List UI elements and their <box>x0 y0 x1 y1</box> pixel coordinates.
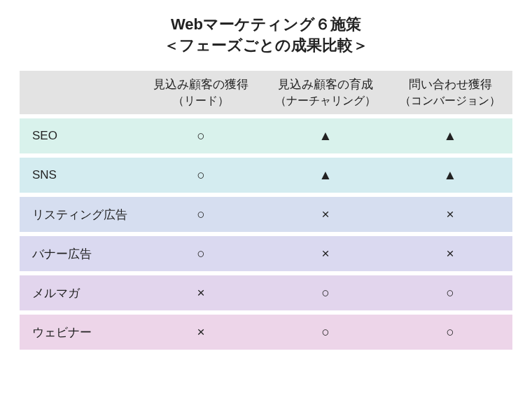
title-line-2: ＜フェーズごとの成果比較＞ <box>20 35 512 56</box>
header-sub: （リード） <box>139 93 263 109</box>
cell: ○ <box>263 275 388 310</box>
header-col-nurturing: 見込み顧客の育成 （ナーチャリング） <box>263 71 388 114</box>
cell: ▲ <box>263 158 388 193</box>
cell: × <box>388 197 512 232</box>
cell: ▲ <box>388 118 512 153</box>
cell: ○ <box>139 118 263 153</box>
header-row: 見込み顧客の獲得 （リード） 見込み顧客の育成 （ナーチャリング） 問い合わせ獲… <box>20 71 512 114</box>
cell: ○ <box>139 197 263 232</box>
row-name: バナー広告 <box>20 236 139 271</box>
cell: × <box>263 197 388 232</box>
cell: × <box>388 236 512 271</box>
row-name: SNS <box>20 158 139 193</box>
cell: ▲ <box>388 158 512 193</box>
header-col-lead: 見込み顧客の獲得 （リード） <box>139 71 263 114</box>
cell: ○ <box>388 315 512 350</box>
header-sub: （コンバージョン） <box>388 93 512 109</box>
cell: × <box>139 275 263 310</box>
row-name: リスティング広告 <box>20 197 139 232</box>
row-name: メルマガ <box>20 275 139 310</box>
row-name: SEO <box>20 118 139 153</box>
table-row: SNS ○ ▲ ▲ <box>20 158 512 193</box>
cell: ○ <box>139 236 263 271</box>
table-row: メルマガ × ○ ○ <box>20 275 512 310</box>
row-name: ウェビナー <box>20 315 139 350</box>
cell: ▲ <box>263 118 388 153</box>
comparison-table: 見込み顧客の獲得 （リード） 見込み顧客の育成 （ナーチャリング） 問い合わせ獲… <box>20 67 512 354</box>
header-label: 問い合わせ獲得 <box>409 78 492 91</box>
table-row: SEO ○ ▲ ▲ <box>20 118 512 153</box>
table-row: ウェビナー × ○ ○ <box>20 315 512 350</box>
header-label: 見込み顧客の育成 <box>278 78 373 91</box>
header-empty <box>20 71 139 114</box>
table-body: SEO ○ ▲ ▲ SNS ○ ▲ ▲ リスティング広告 ○ × × バナー広告… <box>20 118 512 350</box>
header-col-conversion: 問い合わせ獲得 （コンバージョン） <box>388 71 512 114</box>
cell: ○ <box>139 158 263 193</box>
cell: ○ <box>388 275 512 310</box>
page-title: Webマーケティング６施策 ＜フェーズごとの成果比較＞ <box>20 14 512 55</box>
header-label: 見込み顧客の獲得 <box>153 78 248 91</box>
table-row: リスティング広告 ○ × × <box>20 197 512 232</box>
header-sub: （ナーチャリング） <box>263 93 388 109</box>
cell: ○ <box>263 315 388 350</box>
cell: × <box>263 236 388 271</box>
cell: × <box>139 315 263 350</box>
table-row: バナー広告 ○ × × <box>20 236 512 271</box>
title-line-1: Webマーケティング６施策 <box>171 15 361 33</box>
